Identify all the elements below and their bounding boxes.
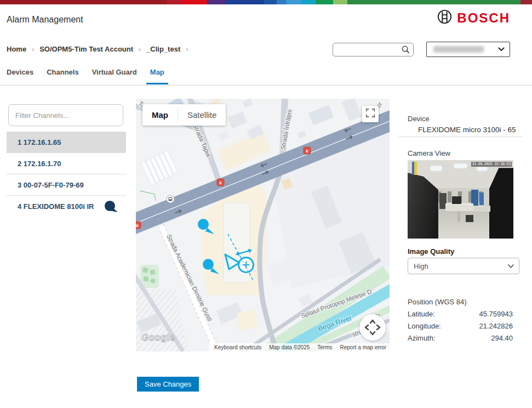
latitude-row: Latitude: 45.759943 — [408, 310, 513, 318]
channel-label: 3 00-07-5F-F0-79-69 — [18, 181, 84, 189]
bosch-supergraphic — [0, 0, 532, 4]
chevron-down-icon — [497, 44, 505, 54]
longitude-label: Longitude: — [408, 322, 441, 330]
terms-link[interactable]: Terms — [317, 344, 332, 350]
breadcrumb-clip-test[interactable]: _Clip_test — [146, 45, 180, 53]
google-logo[interactable]: Google — [141, 332, 175, 343]
position-label: Position (WGS 84) — [408, 298, 467, 306]
svg-text:6: 6 — [306, 149, 308, 154]
breadcrumb-separator: › — [186, 46, 188, 53]
pan-control[interactable] — [359, 314, 386, 341]
svg-text:6: 6 — [219, 180, 222, 185]
latitude-label: Latitude: — [408, 310, 435, 318]
map-data-label: Map data ©2025 — [269, 344, 310, 350]
keyboard-shortcuts-link[interactable]: Keyboard shortcuts — [214, 344, 261, 350]
search-input[interactable] — [333, 43, 401, 56]
alarm-management-page: Alarm Management BOSCH Home›SO/OPM5-Tim … — [0, 0, 532, 408]
pan-arrows-icon — [359, 314, 386, 341]
channel-list: 1 172.16.1.65 2 172.16.1.70 3 00-07-5F-F… — [7, 132, 126, 217]
map-attribution: Keyboard shortcuts Map data ©2025 Terms … — [209, 343, 390, 352]
route-shield: 6 — [217, 179, 224, 186]
map-type-control: Map Satellite — [142, 104, 226, 126]
image-quality-label: Image Quality — [408, 247, 454, 256]
filter-channels-input[interactable] — [8, 104, 123, 126]
map-type-satellite-button[interactable]: Satellite — [178, 104, 226, 126]
image-quality-select-wrap: High — [408, 258, 519, 274]
search-box — [333, 43, 414, 56]
channel-row-2[interactable]: 2 172.16.1.70 — [7, 153, 126, 174]
bus-stop-icon[interactable] — [167, 195, 174, 203]
azimuth-label: Azimuth: — [408, 334, 436, 342]
fullscreen-icon — [365, 108, 375, 120]
park — [140, 265, 159, 288]
route-shield: 6 — [304, 147, 311, 154]
breadcrumb-home[interactable]: Home — [7, 45, 26, 53]
map-tiles: 6 6 6 Ta er Strada Tapia Strada Înfrățir… — [136, 99, 390, 352]
longitude-row: Longitude: 21.242826 — [408, 322, 513, 330]
tab-bar: Devices Channels Virtual Guard Map — [7, 67, 164, 78]
camera-view-label: Camera View — [408, 149, 450, 157]
save-changes-button[interactable]: Save Changes — [137, 377, 199, 392]
bosch-logo: BOSCH — [437, 9, 510, 26]
route-shield: 6 — [136, 222, 141, 229]
flag-icon — [412, 162, 417, 175]
device-name: FLEXIDOME micro 3100i - 65 — [418, 126, 516, 134]
panel-divider — [399, 137, 523, 137]
latitude-value: 45.759943 — [479, 310, 513, 318]
longitude-value: 21.242826 — [479, 322, 513, 330]
map-canvas[interactable]: 6 6 6 Ta er Strada Tapia Strada Înfrățir… — [136, 99, 390, 352]
channel-row-1[interactable]: 1 172.16.1.65 — [7, 132, 126, 153]
camera-timestamp: 21.08.2025 15:38:53 — [471, 162, 512, 167]
account-filter-dropdown[interactable] — [426, 42, 510, 57]
device-label: Device — [408, 115, 430, 123]
camera-view-image: 21.08.2025 15:38:53 — [408, 160, 513, 239]
bosch-wordmark: BOSCH — [457, 10, 510, 26]
azimuth-row: Azimuth: 294.40 — [408, 334, 513, 342]
tab-devices[interactable]: Devices — [7, 67, 33, 78]
channel-row-3[interactable]: 3 00-07-5F-F0-79-69 — [7, 174, 126, 196]
channel-label: 4 FLEXIDOME 8100i IR — [18, 202, 94, 211]
image-quality-select[interactable]: High — [408, 258, 519, 274]
breadcrumb-separator: › — [139, 46, 141, 53]
tab-virtual-guard[interactable]: Virtual Guard — [92, 67, 137, 78]
tabs-divider — [0, 85, 532, 86]
channel-label: 2 172.16.1.70 — [18, 160, 61, 168]
redacted-filter-value — [433, 46, 484, 53]
tab-channels[interactable]: Channels — [47, 67, 79, 78]
map-type-map-button[interactable]: Map — [142, 104, 178, 126]
breadcrumb-account[interactable]: SO/OPM5-Tim Test Account — [39, 45, 133, 53]
report-map-error-link[interactable]: Report a map error — [340, 344, 386, 350]
svg-text:6: 6 — [136, 223, 139, 228]
channel-row-4[interactable]: 4 FLEXIDOME 8100i IR — [7, 196, 126, 217]
tab-map[interactable]: Map — [150, 67, 164, 78]
fullscreen-button[interactable] — [362, 106, 379, 122]
breadcrumb-separator: › — [32, 46, 34, 53]
page-title: Alarm Management — [7, 15, 83, 25]
camera-marker-icon — [104, 200, 118, 213]
bosch-symbol-icon — [437, 9, 452, 26]
breadcrumb: Home›SO/OPM5-Tim Test Account›_Clip_test… — [7, 45, 193, 53]
azimuth-value: 294.40 — [491, 334, 513, 342]
search-icon[interactable] — [401, 45, 410, 54]
channel-label: 1 172.16.1.65 — [18, 138, 61, 146]
